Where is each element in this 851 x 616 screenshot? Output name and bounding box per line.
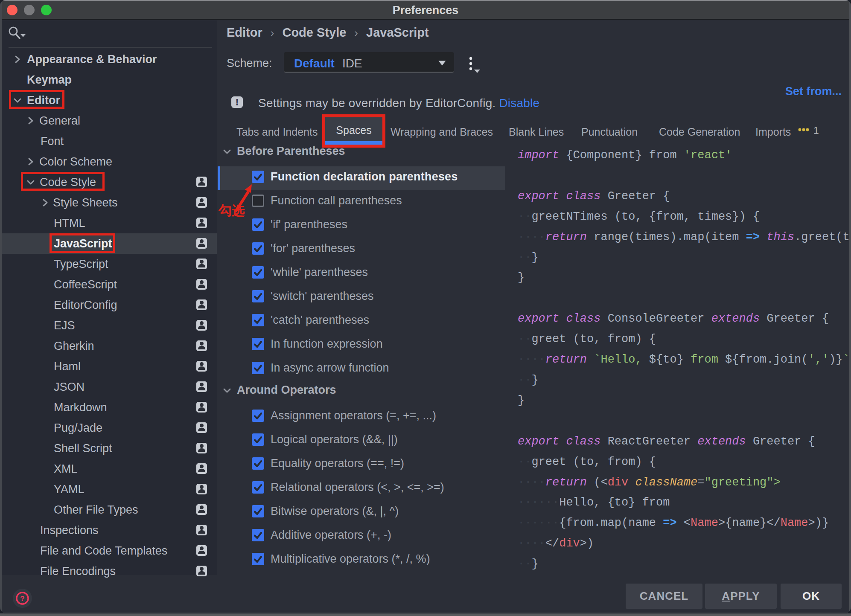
svg-text:?: ? [20, 595, 24, 603]
